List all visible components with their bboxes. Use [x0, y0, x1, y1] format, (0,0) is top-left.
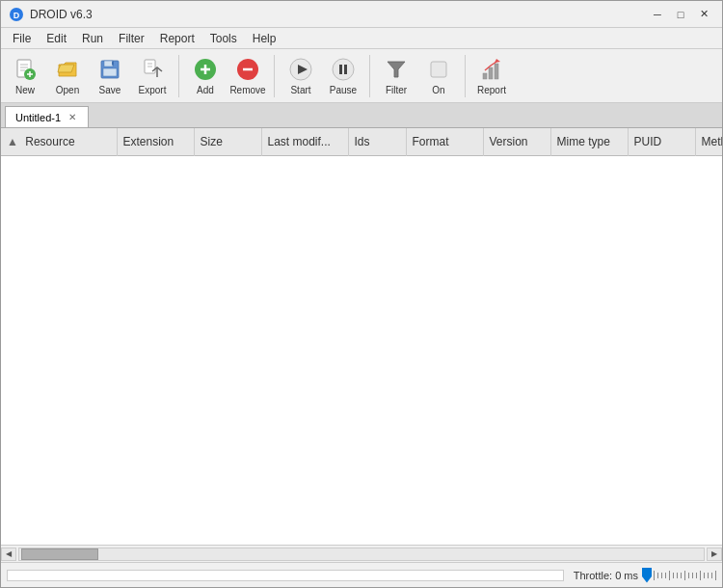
- svg-rect-25: [339, 65, 342, 74]
- start-button[interactable]: Start: [281, 52, 321, 100]
- save-icon: [96, 56, 123, 83]
- menu-item-filter[interactable]: Filter: [111, 28, 152, 48]
- maximize-button[interactable]: □: [670, 5, 691, 24]
- toolbar: New Open Save: [1, 49, 722, 103]
- app-icon: D: [9, 7, 24, 22]
- svg-rect-30: [489, 67, 493, 79]
- title-bar: D DROID v6.3 ─ □ ✕: [1, 1, 722, 28]
- col-header-lastmod[interactable]: Last modif...: [261, 128, 348, 155]
- throttle-label: Throttle: 0 ms: [574, 570, 638, 581]
- col-header-format[interactable]: Format: [406, 128, 483, 155]
- status-bar: Throttle: 0 ms: [1, 562, 722, 587]
- svg-rect-10: [104, 61, 113, 67]
- throttle-marker: [642, 568, 652, 583]
- new-label: New: [15, 85, 35, 95]
- svg-rect-29: [483, 73, 487, 79]
- col-header-mimetype[interactable]: Mime type: [550, 128, 628, 155]
- tab-label: Untitled-1: [15, 112, 61, 123]
- menu-item-tools[interactable]: Tools: [202, 28, 245, 48]
- sort-arrow: ▲: [7, 135, 18, 148]
- remove-label: Remove: [229, 85, 265, 95]
- start-label: Start: [290, 85, 310, 95]
- new-icon: [12, 56, 39, 83]
- save-button[interactable]: Save: [90, 52, 130, 100]
- menu-item-run[interactable]: Run: [74, 28, 111, 48]
- remove-button[interactable]: Remove: [228, 52, 268, 100]
- title-left: D DROID v6.3: [9, 7, 93, 22]
- tab-bar: Untitled-1 ✕: [1, 103, 722, 128]
- add-icon: [192, 56, 219, 83]
- export-label: Export: [139, 85, 167, 95]
- menu-item-file[interactable]: File: [5, 28, 39, 48]
- throttle-track: [654, 571, 716, 580]
- separator-4: [465, 55, 466, 97]
- throttle-slider-container[interactable]: [642, 568, 716, 583]
- open-button[interactable]: Open: [47, 52, 88, 100]
- add-label: Add: [197, 85, 214, 95]
- tab-close-button[interactable]: ✕: [67, 112, 78, 123]
- on-icon: [425, 56, 452, 83]
- separator-3: [369, 55, 370, 97]
- svg-point-24: [333, 59, 354, 80]
- progress-track: [7, 570, 564, 581]
- open-icon: [54, 56, 81, 83]
- new-button[interactable]: New: [5, 52, 45, 100]
- report-label: Report: [477, 85, 506, 95]
- col-header-method[interactable]: Method: [695, 128, 722, 155]
- export-icon: [139, 56, 166, 83]
- close-button[interactable]: ✕: [693, 5, 714, 24]
- tab-untitled-1[interactable]: Untitled-1 ✕: [5, 106, 89, 127]
- on-label: On: [432, 85, 444, 95]
- svg-rect-12: [112, 62, 114, 66]
- col-header-ids[interactable]: Ids: [348, 128, 406, 155]
- svg-rect-11: [103, 68, 117, 76]
- minimize-button[interactable]: ─: [647, 5, 668, 24]
- svg-rect-31: [495, 64, 498, 79]
- on-button[interactable]: On: [418, 52, 459, 100]
- col-header-version[interactable]: Version: [483, 128, 550, 155]
- data-table: ▲ Resource Extension Size Last modif... …: [1, 128, 722, 156]
- menu-item-help[interactable]: Help: [245, 28, 284, 48]
- report-icon: [478, 56, 505, 83]
- h-scroll-thumb[interactable]: [21, 548, 98, 560]
- report-button[interactable]: Report: [471, 52, 512, 100]
- table-header-row: ▲ Resource Extension Size Last modif... …: [1, 128, 722, 155]
- svg-marker-32: [495, 59, 500, 63]
- col-header-puid[interactable]: PUID: [628, 128, 695, 155]
- svg-rect-28: [431, 62, 446, 77]
- filter-icon: [383, 56, 410, 83]
- menu-item-edit[interactable]: Edit: [39, 28, 74, 48]
- menu-bar: FileEditRunFilterReportToolsHelp: [1, 28, 722, 49]
- filter-label: Filter: [386, 85, 407, 95]
- title-text: DROID v6.3: [30, 8, 93, 21]
- title-controls: ─ □ ✕: [647, 5, 714, 24]
- svg-rect-26: [344, 65, 347, 74]
- h-scroll-container[interactable]: ◀ ▶: [1, 545, 722, 562]
- table-container[interactable]: ▲ Resource Extension Size Last modif... …: [1, 128, 722, 545]
- col-header-size[interactable]: Size: [194, 128, 261, 155]
- col-header-resource[interactable]: ▲ Resource: [1, 128, 117, 155]
- pause-button[interactable]: Pause: [323, 52, 363, 100]
- export-button[interactable]: Export: [132, 52, 173, 100]
- svg-text:D: D: [13, 11, 20, 20]
- add-button[interactable]: Add: [185, 52, 226, 100]
- separator-2: [274, 55, 275, 97]
- col-header-extension[interactable]: Extension: [117, 128, 194, 155]
- scroll-right-button[interactable]: ▶: [707, 548, 722, 561]
- start-icon: [287, 56, 314, 83]
- separator-1: [178, 55, 179, 97]
- svg-marker-27: [388, 62, 405, 77]
- scroll-left-button[interactable]: ◀: [1, 548, 16, 561]
- h-scroll-track[interactable]: [18, 548, 705, 561]
- filter-button[interactable]: Filter: [376, 52, 416, 100]
- save-label: Save: [99, 85, 121, 95]
- menu-item-report[interactable]: Report: [152, 28, 202, 48]
- pause-icon: [330, 56, 357, 83]
- pause-label: Pause: [330, 85, 357, 95]
- open-label: Open: [56, 85, 79, 95]
- remove-icon: [234, 56, 261, 83]
